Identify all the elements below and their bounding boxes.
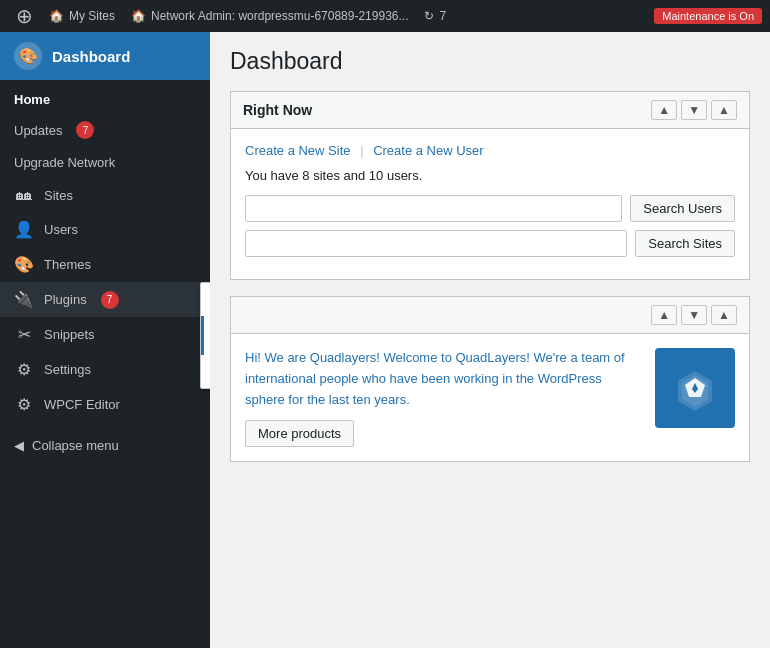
sidebar-item-settings[interactable]: ⚙ Settings <box>0 352 210 387</box>
dropdown-plugin-file-editor[interactable]: Plugin File Editor <box>201 355 210 388</box>
wp-logo-button[interactable]: ⊕ <box>8 0 41 32</box>
right-now-title: Right Now <box>243 102 312 118</box>
search-sites-button[interactable]: Search Sites <box>635 230 735 257</box>
wp-icon: ⊕ <box>16 4 33 28</box>
right-now-widget-header: Right Now ▲ ▼ ▲ <box>231 92 749 129</box>
quadlayers-widget-body: Hi! We are Quadlayers! Welcome to QuadLa… <box>231 334 749 461</box>
ql-widget-collapse-down-btn[interactable]: ▼ <box>681 305 707 325</box>
right-now-widget-body: Create a New Site | Create a New User Yo… <box>231 129 749 279</box>
wpcf-editor-label: WPCF Editor <box>44 397 120 412</box>
snippets-icon: ✂ <box>14 325 34 344</box>
create-site-link[interactable]: Create a New Site <box>245 143 351 158</box>
sidebar-item-snippets[interactable]: ✂ Snippets <box>0 317 210 352</box>
rn-separator: | <box>360 143 363 158</box>
updates-badge: 7 <box>76 121 94 139</box>
widget-collapse-down-btn[interactable]: ▼ <box>681 100 707 120</box>
quadlayers-logo-svg <box>670 363 720 413</box>
wpcf-icon: ⚙ <box>14 395 34 414</box>
search-users-row: Search Users <box>245 195 735 222</box>
ql-widget-controls: ▲ ▼ ▲ <box>651 305 737 325</box>
dropdown-add-new[interactable]: Add New → <box>201 316 210 355</box>
collapse-icon: ◀ <box>14 438 24 453</box>
sidebar-item-themes[interactable]: 🎨 Themes <box>0 247 210 282</box>
users-label: Users <box>44 222 78 237</box>
refresh-icon: ↻ <box>424 9 434 23</box>
collapse-menu-label: Collapse menu <box>32 438 119 453</box>
sidebar-item-users[interactable]: 👤 Users <box>0 212 210 247</box>
rn-links: Create a New Site | Create a New User <box>245 143 735 158</box>
sites-label: Sites <box>44 188 73 203</box>
sidebar-dashboard-header[interactable]: 🎨 Dashboard <box>0 32 210 80</box>
settings-label: Settings <box>44 362 91 377</box>
plugins-label: Plugins <box>44 292 87 307</box>
sidebar-home-label: Home <box>0 80 210 113</box>
sidebar-item-plugins-wrapper: 🔌 Plugins 7 Installed Plugins Add New → … <box>0 282 210 317</box>
main-layout: 🎨 Dashboard Home Updates 7 Upgrade Netwo… <box>0 32 770 648</box>
rn-info-text: You have 8 sites and 10 users. <box>245 168 735 183</box>
quadlayers-widget: ▲ ▼ ▲ Hi! We are Quadlayers! Welcome to … <box>230 296 750 462</box>
quadlayers-widget-header: ▲ ▼ ▲ <box>231 297 749 334</box>
plugins-dropdown-menu: Installed Plugins Add New → Plugin File … <box>200 282 210 389</box>
plugins-icon: 🔌 <box>14 290 34 309</box>
ql-description-text: Hi! We are Quadlayers! Welcome to QuadLa… <box>245 348 639 410</box>
collapse-menu-button[interactable]: ◀ Collapse menu <box>0 430 210 461</box>
home-icon: 🏠 <box>49 9 64 23</box>
widget-collapse-up-btn[interactable]: ▲ <box>651 100 677 120</box>
search-users-button[interactable]: Search Users <box>630 195 735 222</box>
sidebar-item-sites[interactable]: 🏘 Sites <box>0 178 210 212</box>
sidebar-item-plugins[interactable]: 🔌 Plugins 7 <box>0 282 210 317</box>
upgrade-network-label: Upgrade Network <box>14 155 115 170</box>
ql-widget-expand-btn[interactable]: ▲ <box>711 305 737 325</box>
quadlayers-logo <box>655 348 735 428</box>
widget-controls: ▲ ▼ ▲ <box>651 100 737 120</box>
snippets-label: Snippets <box>44 327 95 342</box>
top-bar: ⊕ 🏠 My Sites 🏠 Network Admin: wordpressm… <box>0 0 770 32</box>
more-products-button[interactable]: More products <box>245 420 354 447</box>
themes-label: Themes <box>44 257 91 272</box>
create-user-link[interactable]: Create a New User <box>373 143 484 158</box>
dashboard-icon: 🎨 <box>14 42 42 70</box>
page-title: Dashboard <box>230 48 750 75</box>
updates-counter-button[interactable]: ↻ 7 <box>416 0 454 32</box>
network-admin-label: Network Admin: wordpressmu-670889-219936… <box>151 9 408 23</box>
my-sites-button[interactable]: 🏠 My Sites <box>41 0 123 32</box>
sidebar-item-updates[interactable]: Updates 7 <box>0 113 210 147</box>
sidebar: 🎨 Dashboard Home Updates 7 Upgrade Netwo… <box>0 32 210 648</box>
plugins-badge: 7 <box>101 291 119 309</box>
sidebar-item-upgrade-network[interactable]: Upgrade Network <box>0 147 210 178</box>
widget-expand-btn[interactable]: ▲ <box>711 100 737 120</box>
ql-widget-collapse-up-btn[interactable]: ▲ <box>651 305 677 325</box>
settings-icon: ⚙ <box>14 360 34 379</box>
updates-count: 7 <box>439 9 446 23</box>
updates-label: Updates <box>14 123 62 138</box>
network-icon: 🏠 <box>131 9 146 23</box>
maintenance-badge: Maintenance is On <box>654 8 762 24</box>
search-sites-input[interactable] <box>245 230 627 257</box>
search-sites-row: Search Sites <box>245 230 735 257</box>
main-content: Dashboard Right Now ▲ ▼ ▲ Create a New S… <box>210 32 770 648</box>
users-icon: 👤 <box>14 220 34 239</box>
network-admin-button[interactable]: 🏠 Network Admin: wordpressmu-670889-2199… <box>123 0 416 32</box>
sites-icon: 🏘 <box>14 186 34 204</box>
sidebar-item-wpcf-editor[interactable]: ⚙ WPCF Editor <box>0 387 210 422</box>
right-now-widget: Right Now ▲ ▼ ▲ Create a New Site | Crea… <box>230 91 750 280</box>
dashboard-label: Dashboard <box>52 48 130 65</box>
my-sites-label: My Sites <box>69 9 115 23</box>
dropdown-installed-plugins[interactable]: Installed Plugins <box>201 283 210 316</box>
search-users-input[interactable] <box>245 195 622 222</box>
themes-icon: 🎨 <box>14 255 34 274</box>
ql-text-container: Hi! We are Quadlayers! Welcome to QuadLa… <box>245 348 639 447</box>
